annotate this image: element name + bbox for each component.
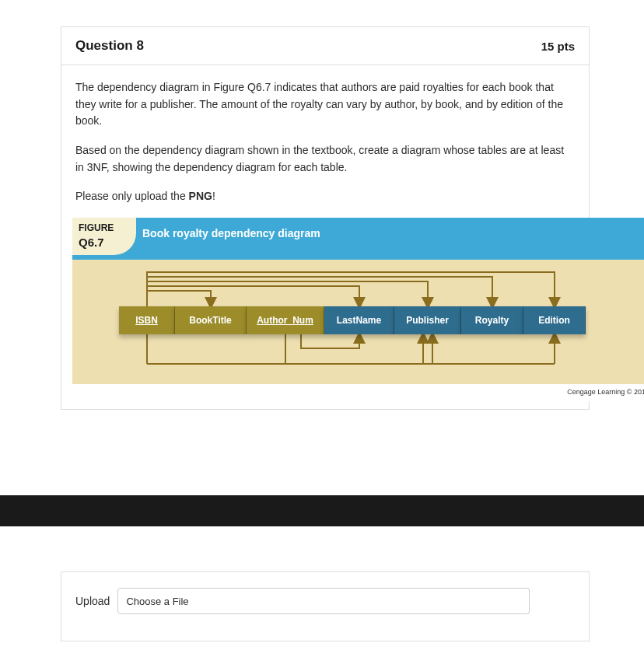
column-label: BookTitle (189, 313, 231, 328)
figure-title: Book royalty dependency diagram (142, 224, 320, 243)
column-isbn: ISBN (119, 306, 175, 334)
column-booktitle: BookTitle (175, 306, 247, 334)
question-title: Question 8 (75, 38, 144, 54)
question-body: The dependency diagram in Figure Q6.7 in… (61, 65, 589, 409)
column-edition: Edition (523, 306, 586, 334)
figure-label: FIGURE (79, 222, 114, 233)
section-divider (0, 495, 644, 526)
figure: FIGURE Q6.7 Book royalty dependency diag… (72, 218, 644, 401)
question-paragraph: Based on the dependency diagram shown in… (75, 142, 575, 176)
question-header: Question 8 15 pts (61, 27, 589, 65)
question-points: 15 pts (541, 40, 575, 53)
upload-note-prefix: Please only upload the (75, 190, 189, 202)
choose-file-button[interactable]: Choose a File (117, 588, 211, 614)
column-lastname: LastName (324, 306, 394, 334)
column-royalty: Royalty (461, 306, 523, 334)
column-label: Edition (538, 313, 570, 328)
column-label: Publisher (406, 313, 449, 328)
figure-tab: FIGURE Q6.7 (72, 218, 136, 255)
column-row: ISBNBookTitleAuthor_NumLastNamePublisher… (119, 306, 586, 334)
diagram-area: ISBNBookTitleAuthor_NumLastNamePublisher… (72, 260, 644, 384)
upload-note: Please only upload the PNG! (75, 188, 575, 205)
column-label: Author_Num (257, 313, 313, 328)
figure-header: FIGURE Q6.7 Book royalty dependency diag… (72, 218, 644, 260)
upload-note-suffix: ! (212, 190, 215, 202)
figure-number: Q6.7 (79, 236, 130, 250)
figure-copyright: Cengage Learning © 2015 (72, 384, 644, 401)
upload-card: Upload Choose a File (61, 571, 590, 641)
column-publisher: Publisher (394, 306, 461, 334)
column-label: Royalty (475, 313, 509, 328)
column-label: ISBN (135, 313, 158, 328)
question-card: Question 8 15 pts The dependency diagram… (61, 26, 590, 410)
upload-label: Upload (75, 595, 110, 607)
question-paragraph: The dependency diagram in Figure Q6.7 in… (75, 79, 575, 130)
column-label: LastName (337, 313, 381, 328)
column-author_num: Author_Num (247, 306, 324, 334)
upload-note-bold: PNG (189, 190, 212, 202)
file-input-group: Choose a File (117, 588, 530, 614)
file-name-field[interactable] (207, 588, 530, 614)
